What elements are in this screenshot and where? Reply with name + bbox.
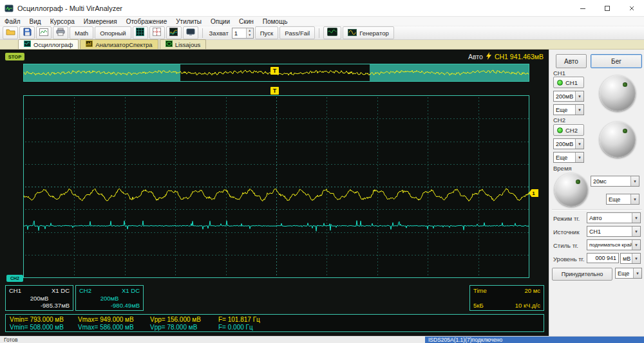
chevron-down-icon: ▼ xyxy=(575,153,583,162)
export-image-button[interactable] xyxy=(36,26,52,39)
ch2-led xyxy=(557,127,563,133)
tab-lissajous[interactable]: Lissajous xyxy=(160,39,207,49)
display-settings-button[interactable] xyxy=(183,26,198,39)
ch2-vmax: Vmax= 586.000 мВ xyxy=(78,324,150,331)
ch1-frequency: F= 101.817 Гц xyxy=(218,316,260,323)
overview-trigger-marker[interactable]: T xyxy=(270,67,279,75)
chevron-down-icon: ▼ xyxy=(575,105,583,115)
trigger-level-unit-select[interactable]: мВ▼ xyxy=(620,253,641,264)
pass-fail-button[interactable]: Pass/Fail xyxy=(279,26,315,39)
trigger-source-select[interactable]: CH1▼ xyxy=(587,226,641,237)
ch1-vmax: Vmax= 949.000 мВ xyxy=(78,316,150,323)
print-button[interactable] xyxy=(53,26,68,39)
time-info-rate: 10 кЧ.д/с xyxy=(515,302,540,309)
ch1-vpp: Vpp= 156.000 мВ xyxy=(150,316,218,323)
menu-item-utilities[interactable]: Утилиты xyxy=(171,18,206,25)
trigger-more-label: Еще xyxy=(616,268,633,278)
capture-label: Захват xyxy=(209,30,229,37)
time-more-select[interactable]: Еще▼ xyxy=(606,194,639,205)
start-button[interactable]: Пуск xyxy=(255,26,278,39)
ch2-enable-button[interactable]: CH2 xyxy=(553,124,584,136)
menu-item-display[interactable]: Отображение xyxy=(122,18,172,25)
title-bar: Осциллограф - Multi VirAnalyzer xyxy=(0,0,644,17)
menu-item-skin[interactable]: Скин xyxy=(234,18,258,25)
capture-count-value: 1 xyxy=(232,30,246,37)
sine-generator-icon xyxy=(348,29,357,37)
measurements-panel: Vmin= 793.000 мВ Vmax= 949.000 мВ Vpp= 1… xyxy=(5,314,544,332)
spinner-down-icon[interactable]: ▼ xyxy=(247,33,253,38)
toolbar-separator xyxy=(202,28,203,38)
ch2-scale-knob[interactable] xyxy=(600,122,636,158)
ch1-scale-select[interactable]: 200мВ▼ xyxy=(553,91,584,102)
ch1-more-label: Еще xyxy=(554,105,575,115)
menu-item-cursors[interactable]: Курсора xyxy=(46,18,79,25)
ch2-more-label: Еще xyxy=(554,153,575,162)
math-toggle[interactable]: Math xyxy=(70,26,93,39)
menu-item-options[interactable]: Опции xyxy=(206,18,234,25)
save-button[interactable] xyxy=(19,26,35,39)
reference-toggle[interactable]: Опорный xyxy=(95,26,131,39)
ch2-level-marker[interactable]: CH2 xyxy=(6,275,23,282)
autoset-button[interactable]: Авто xyxy=(556,54,587,68)
menu-item-help[interactable]: Помощь xyxy=(258,18,292,25)
generator-button-label: Генератор xyxy=(359,30,389,37)
trigger-level-input[interactable] xyxy=(587,253,619,263)
ch2-info-name: CH2 xyxy=(79,287,91,294)
ch1-enable-button[interactable]: CH1 xyxy=(553,77,584,88)
timebase-knob[interactable] xyxy=(554,173,588,207)
crosshair-cursor-icon xyxy=(153,27,161,39)
chevron-down-icon: ▼ xyxy=(632,254,640,263)
ch1-info-offset: -985.37мВ xyxy=(41,302,70,309)
timebase-select[interactable]: 20мс▼ xyxy=(591,176,639,187)
trigger-position-marker[interactable]: T xyxy=(270,87,279,95)
trigger-style-label: Стиль тг. xyxy=(553,242,578,249)
waveform-canvas[interactable] xyxy=(24,96,529,277)
force-trigger-button[interactable]: Принудительно xyxy=(552,268,612,281)
tab-spectrum-analyzer[interactable]: АнализаторСпектра xyxy=(80,39,158,49)
ch2-scale-value: 200мВ xyxy=(554,139,575,149)
minimize-button[interactable] xyxy=(571,0,595,17)
ch2-scale-select[interactable]: 200мВ▼ xyxy=(553,138,584,149)
ch1-more-select[interactable]: Еще▼ xyxy=(553,104,584,115)
trigger-mode-select[interactable]: Авто▼ xyxy=(587,212,641,223)
start-button-label: Пуск xyxy=(260,30,273,37)
ch2-frequency: F= 0.000 Гц xyxy=(218,324,253,331)
screen-mode-button[interactable] xyxy=(323,26,341,39)
menu-item-file[interactable]: Файл xyxy=(0,18,25,25)
menu-item-measurements[interactable]: Измерения xyxy=(79,18,122,25)
knob-indicator-dot xyxy=(576,180,580,184)
generator-button[interactable]: Генератор xyxy=(343,26,394,39)
capture-count-spinner[interactable]: 1 ▲▼ xyxy=(232,28,254,39)
maximize-button[interactable] xyxy=(595,0,620,17)
main-graticule[interactable] xyxy=(23,95,529,278)
run-button[interactable]: Бег xyxy=(591,54,642,68)
spinner-arrows[interactable]: ▲▼ xyxy=(246,28,253,38)
tab-oscilloscope[interactable]: Осциллограф xyxy=(18,39,79,49)
cursors-button[interactable] xyxy=(149,26,165,39)
time-info-depth: 5кБ xyxy=(473,302,484,309)
ch1-level-marker[interactable]: 1 xyxy=(529,189,538,197)
spinner-up-icon[interactable]: ▲ xyxy=(247,28,253,33)
ch1-scale-knob[interactable] xyxy=(600,75,636,111)
scope-screen-icon xyxy=(327,27,337,39)
ch2-more-select[interactable]: Еще▼ xyxy=(553,152,584,163)
math-toggle-label: Math xyxy=(75,30,88,37)
ch1-info-scale: 200мВ xyxy=(30,295,49,302)
ch1-measurements-row: Vmin= 793.000 мВ Vmax= 949.000 мВ Vpp= 1… xyxy=(6,315,544,323)
trigger-more-select[interactable]: Еще▼ xyxy=(615,268,642,279)
close-button[interactable] xyxy=(620,0,644,17)
grid-icon xyxy=(136,27,144,39)
trigger-mode-value: Авто xyxy=(587,213,632,223)
time-info-panel: Time20 мс 5кБ10 кЧ.д/с xyxy=(469,285,544,311)
reference-toggle-label: Опорный xyxy=(100,30,126,37)
trigger-style-select[interactable]: подниматься край▼ xyxy=(587,239,641,250)
chevron-down-icon: ▼ xyxy=(575,139,583,149)
trigger-source-value: CH1 xyxy=(587,227,632,236)
ch1-info-probe: X1 DC xyxy=(52,287,70,294)
grid-settings-button[interactable] xyxy=(133,26,148,39)
menu-item-view[interactable]: Вид xyxy=(25,18,46,25)
persistence-button[interactable] xyxy=(166,26,182,39)
open-button[interactable] xyxy=(3,26,18,39)
tab-bar: Осциллограф АнализаторСпектра Lissajous xyxy=(0,40,644,50)
trigger-lightning-icon xyxy=(486,52,491,61)
